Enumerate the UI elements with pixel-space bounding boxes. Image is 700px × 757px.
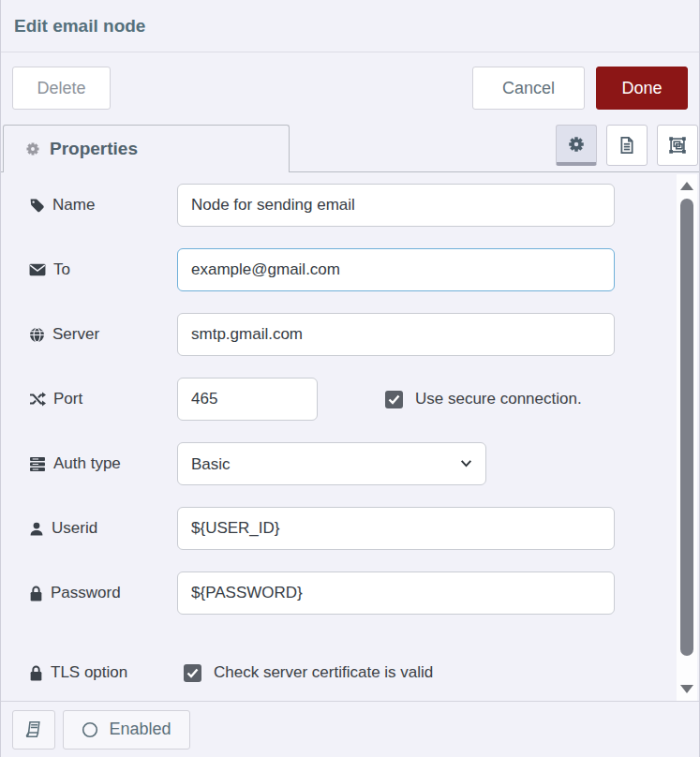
dialog-button-row: Delete Cancel Done: [1, 52, 699, 124]
field-label: Port: [53, 390, 82, 408]
dialog-header: Edit email node: [1, 0, 699, 52]
auth-type-select[interactable]: Basic: [177, 442, 486, 485]
secure-connection-group: Use secure connection.: [385, 390, 582, 408]
properties-form: Name To Server: [1, 172, 699, 701]
edit-email-node-dialog: Edit email node Delete Cancel Done Prope…: [0, 0, 700, 757]
field-row-server: Server: [29, 313, 699, 356]
server-icon: [29, 456, 46, 472]
field-label: Password: [51, 584, 121, 602]
scroll-up-arrow[interactable]: [680, 182, 693, 190]
to-input[interactable]: [177, 248, 615, 291]
password-input[interactable]: [177, 571, 615, 615]
field-label: To: [53, 260, 70, 279]
dialog-title: Edit email node: [14, 16, 145, 37]
field-row-name: Name: [29, 184, 699, 227]
delete-button[interactable]: Delete: [12, 67, 111, 110]
lock-icon: [29, 665, 43, 681]
form-scrollbar[interactable]: [677, 174, 697, 701]
server-input[interactable]: [177, 313, 615, 356]
gear-icon: [24, 141, 41, 157]
user-icon: [29, 521, 44, 537]
port-input[interactable]: [177, 378, 318, 421]
field-label: Userid: [52, 519, 97, 538]
dialog-footer: Enabled: [1, 701, 699, 757]
globe-icon: [29, 327, 45, 343]
field-label: Auth type: [53, 454, 121, 473]
lock-icon: [29, 586, 43, 601]
enabled-toggle-button[interactable]: Enabled: [63, 710, 190, 750]
auth-type-select-wrap: Basic: [177, 442, 486, 485]
field-row-port: Port Use secure connection.: [29, 378, 699, 421]
check-icon: [186, 668, 199, 678]
properties-tool-button[interactable]: [556, 125, 597, 166]
envelope-icon: [29, 262, 46, 277]
description-tool-button[interactable]: [606, 125, 648, 166]
userid-input[interactable]: [177, 507, 615, 550]
appearance-tool-button[interactable]: [657, 125, 698, 166]
cancel-button[interactable]: Cancel: [472, 67, 585, 110]
tab-properties-label: Properties: [50, 139, 138, 159]
field-label: TLS option: [51, 663, 127, 682]
appearance-icon: [668, 136, 687, 155]
field-row-password: Password: [29, 571, 699, 615]
enabled-label: Enabled: [109, 720, 171, 739]
circle-icon: [82, 721, 98, 738]
secure-connection-label: Use secure connection.: [415, 390, 582, 408]
done-button[interactable]: Done: [596, 67, 688, 110]
check-icon: [388, 394, 400, 405]
field-row-auth-type: Auth type Basic: [29, 442, 699, 485]
doc-icon: [618, 136, 636, 155]
scroll-down-arrow[interactable]: [680, 685, 693, 693]
tls-checkbox-group: Check server certificate is valid: [184, 663, 433, 682]
field-row-tls-option: TLS option Check server certificate is v…: [29, 659, 699, 687]
node-help-button[interactable]: [12, 710, 55, 750]
name-input[interactable]: [177, 184, 615, 227]
shuffle-icon: [29, 392, 46, 407]
book-icon: [25, 720, 43, 738]
gear-icon: [567, 135, 586, 154]
field-label: Server: [52, 325, 99, 344]
field-row-userid: Userid: [29, 507, 699, 550]
tls-verify-label: Check server certificate is valid: [214, 663, 433, 682]
tls-verify-checkbox[interactable]: [184, 664, 201, 682]
tab-properties[interactable]: Properties: [3, 125, 290, 172]
field-label: Name: [52, 196, 95, 215]
scrollbar-thumb[interactable]: [680, 199, 693, 656]
tab-toolbar: [556, 125, 699, 166]
tag-icon: [29, 198, 45, 214]
secure-connection-checkbox[interactable]: [385, 391, 403, 408]
tab-bar: Properties: [1, 124, 699, 172]
field-row-to: To: [29, 248, 699, 291]
